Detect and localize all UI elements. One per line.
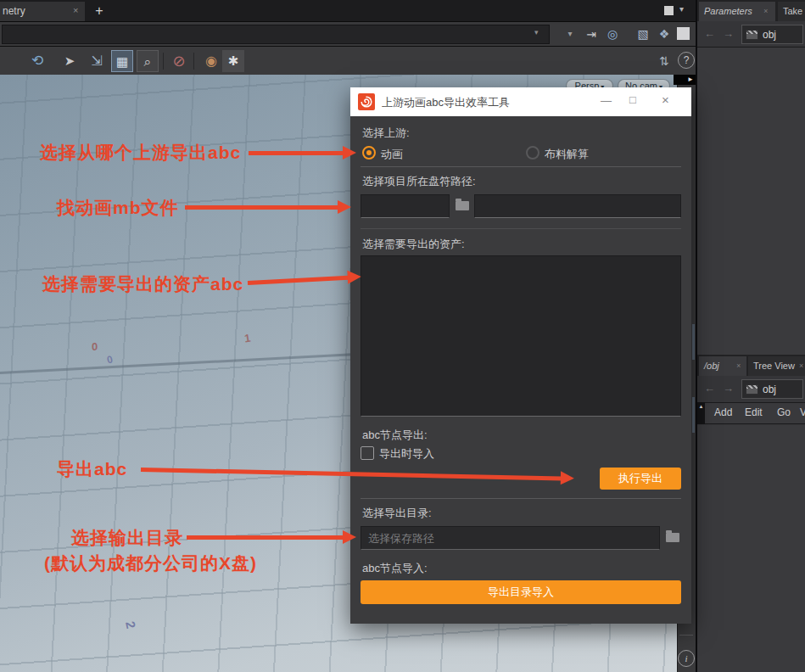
- tab-close-icon[interactable]: ×: [763, 2, 768, 21]
- tab-take-list[interactable]: Take Li: [778, 2, 805, 21]
- flipbook-icon[interactable]: ◉: [200, 50, 222, 72]
- parameters-tab-bar: Parameters × Take Li: [697, 0, 805, 21]
- no-tool-icon[interactable]: ⊘: [168, 50, 190, 72]
- pin-icon[interactable]: ⇥: [582, 25, 601, 43]
- shelf-scroll-right-button[interactable]: ►: [674, 75, 696, 85]
- dialog-title: 上游动画abc导出效率工具: [382, 95, 510, 110]
- nav-forward-icon[interactable]: →: [723, 382, 734, 395]
- toolbar-divider: [193, 53, 194, 70]
- context-path-field[interactable]: obj: [741, 25, 803, 44]
- display-mode-icon[interactable]: ❖: [655, 25, 674, 43]
- toolbar-divider: [163, 53, 164, 70]
- pane-maximize-icon[interactable]: [664, 6, 674, 15]
- annotation-arrow: [187, 535, 344, 540]
- annotation-output-dir-note: (默认为成都分公司的X盘): [44, 552, 257, 575]
- menu-go[interactable]: Go: [777, 406, 791, 418]
- tab-parameters[interactable]: Parameters ×: [699, 2, 775, 21]
- network-path-field[interactable]: obj: [741, 379, 803, 399]
- close-icon[interactable]: ×: [662, 92, 669, 107]
- minimize-icon[interactable]: —: [601, 94, 612, 107]
- assets-list[interactable]: [361, 255, 681, 417]
- abc-import-label: abc节点导入:: [362, 561, 428, 576]
- context-path-label: obj: [763, 29, 776, 41]
- annotation-output-dir: 选择输出目录: [71, 526, 183, 550]
- menu-view[interactable]: V: [800, 406, 805, 418]
- view-tool-icon[interactable]: ⟲: [26, 50, 48, 72]
- new-tab-button[interactable]: +: [90, 2, 109, 21]
- radio-cloth-label[interactable]: 布料解算: [545, 147, 589, 162]
- folder-icon[interactable]: [456, 201, 469, 210]
- right-panel: Parameters × Take Li ← → obj /obj × Tree…: [696, 0, 805, 672]
- parameters-empty-area: [697, 48, 805, 355]
- tab-parameters-label: Parameters: [704, 6, 752, 16]
- annotation-export-abc: 导出abc: [57, 457, 127, 481]
- dialog-title-bar[interactable]: 上游动画abc导出效率工具 — □ ×: [350, 87, 691, 116]
- import-on-export-label[interactable]: 导出时导入: [379, 446, 434, 462]
- houdini-window: netry Spreadsheet × + ▾ ▾ ▾ ⇥ ◎ ▧ ❖ ⟲ ➤ …: [0, 0, 805, 672]
- shading-cube-icon[interactable]: ▧: [634, 25, 652, 43]
- nav-forward-icon[interactable]: →: [723, 27, 734, 40]
- render-region-icon[interactable]: ▦: [111, 50, 133, 72]
- path-dropdown-icon[interactable]: ▾: [534, 28, 539, 36]
- zoom-region-icon[interactable]: ⌕: [137, 50, 159, 72]
- annotation-arrow: [185, 205, 338, 210]
- radio-cloth[interactable]: [526, 146, 539, 160]
- network-path-label: obj: [763, 384, 776, 395]
- abc-export-label: abc节点导出:: [362, 428, 428, 443]
- strip-divider: [679, 635, 693, 636]
- import-on-export-checkbox[interactable]: [361, 446, 374, 460]
- tab-close-icon[interactable]: ×: [736, 356, 741, 376]
- radio-anim[interactable]: [362, 146, 376, 160]
- menu-add[interactable]: Add: [714, 406, 732, 418]
- sort-options-icon[interactable]: ⇅: [653, 50, 675, 72]
- tab-geometry-spreadsheet[interactable]: netry Spreadsheet: [0, 2, 85, 21]
- pane-menu-dropdown-icon[interactable]: ▾: [679, 4, 684, 14]
- tab-obj-label: /obj: [704, 361, 719, 371]
- annotation-find-mb: 找动画mb文件: [57, 196, 179, 220]
- info-icon[interactable]: i: [678, 650, 695, 667]
- menu-marker-icon[interactable]: ▲: [697, 402, 705, 424]
- clapboard-icon: [746, 30, 758, 40]
- export-dir-label: 选择导出目录:: [362, 506, 432, 521]
- strip-scrollbar[interactable]: [692, 324, 695, 360]
- clapboard-icon: [746, 384, 758, 395]
- folder-icon[interactable]: [666, 533, 679, 542]
- path-combo-field[interactable]: [2, 25, 550, 44]
- spiral-glyph: [358, 93, 375, 110]
- maximize-icon[interactable]: □: [629, 93, 636, 106]
- select-tool-icon[interactable]: ➤: [59, 50, 81, 72]
- app-logo-icon: [358, 93, 375, 110]
- run-export-button[interactable]: 执行导出: [600, 468, 681, 490]
- project-path-label: 选择项目所在盘符路径:: [362, 174, 476, 189]
- annotation-select-assets: 选择需要导出的资产abc: [42, 272, 243, 296]
- strip-scrollbar[interactable]: [692, 397, 695, 433]
- abc-export-tool-dialog: 上游动画abc导出效率工具 — □ × 选择上游: 动画 布料解算 选择项目所在…: [350, 87, 691, 624]
- assets-label: 选择需要导出的资产:: [362, 237, 465, 252]
- annotation-select-upstream: 选择从哪个上游导出abc: [40, 141, 241, 165]
- tab-tree-view-label: Tree View: [753, 361, 795, 371]
- upstream-label: 选择上游:: [362, 126, 410, 141]
- drive-input[interactable]: [361, 194, 450, 218]
- nav-back-icon[interactable]: ←: [704, 27, 715, 40]
- section-divider: [361, 228, 681, 229]
- network-tab-bar: /obj × Tree View ×: [697, 355, 805, 376]
- export-dir-import-button[interactable]: 导出目录导入: [361, 580, 681, 604]
- target-icon[interactable]: ◎: [603, 25, 622, 43]
- move-tool-icon[interactable]: ⇲: [86, 50, 108, 72]
- tab-close-icon[interactable]: ×: [799, 356, 803, 376]
- project-path-input[interactable]: [474, 194, 681, 218]
- tab-obj-network[interactable]: /obj ×: [699, 356, 746, 376]
- grid-label-x0: 0: [92, 340, 98, 353]
- save-path-input[interactable]: [361, 526, 660, 550]
- tab-tree-view[interactable]: Tree View ×: [748, 356, 805, 376]
- tab-close-icon[interactable]: ×: [73, 1, 78, 20]
- color-swatch-icon[interactable]: [677, 27, 690, 40]
- section-divider: [361, 498, 681, 499]
- network-empty-area: [697, 425, 805, 672]
- settings-gear-icon[interactable]: ✱: [222, 50, 244, 72]
- help-icon[interactable]: ?: [678, 52, 695, 69]
- radio-anim-label[interactable]: 动画: [381, 147, 403, 162]
- menu-edit[interactable]: Edit: [745, 406, 763, 418]
- history-dropdown-icon[interactable]: ▾: [562, 25, 578, 42]
- nav-back-icon[interactable]: ←: [704, 382, 715, 395]
